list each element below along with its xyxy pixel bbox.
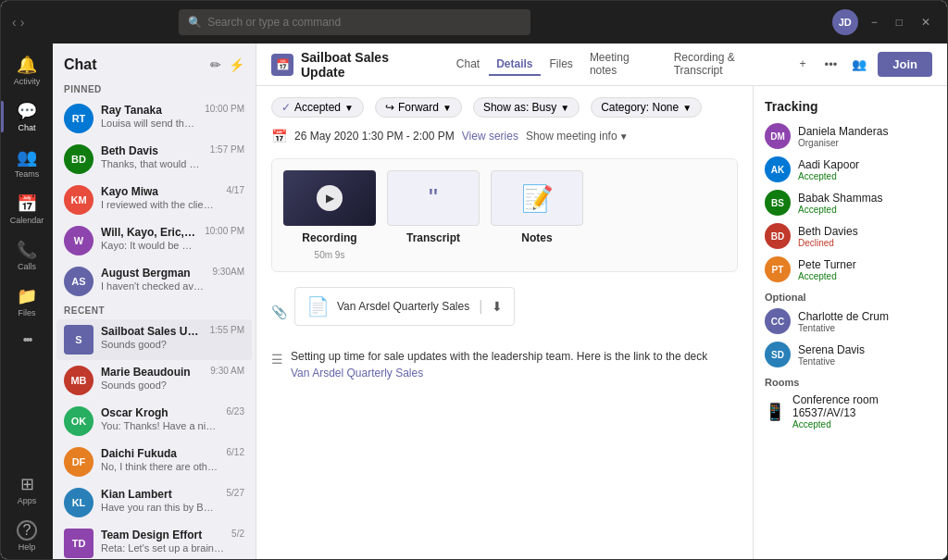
sidebar-item-help[interactable]: ? Help — [1, 513, 53, 559]
avatar: AK — [765, 156, 791, 182]
chat-info: Oscar Krogh You: Thanks! Have a nice wee… — [101, 406, 219, 431]
list-item[interactable]: W Will, Kayo, Eric, +2 Kayo: It would be… — [53, 220, 256, 261]
chat-time: 6/23 — [227, 406, 244, 417]
chat-time: 5/27 — [227, 488, 244, 498]
chat-header-icons: ✏ ⚡ — [210, 57, 244, 72]
tab-details[interactable]: Details — [489, 54, 540, 76]
calls-icon: 📞 — [17, 240, 37, 260]
chat-info: Ray Tanaka Louisa will send the initial … — [101, 104, 197, 129]
list-item[interactable]: OK Oscar Krogh You: Thanks! Have a nice … — [53, 401, 256, 442]
sidebar-item-activity[interactable]: 🔔 Activity — [1, 47, 53, 93]
files-icon: 📁 — [17, 286, 37, 306]
chat-icon: 💬 — [17, 101, 37, 121]
meeting-date: 26 May 2020 1:30 PM - 2:00 PM — [294, 130, 455, 143]
more-options-button[interactable]: ••• — [821, 54, 842, 75]
back-button[interactable]: ‹ — [12, 15, 17, 30]
download-icon[interactable]: ⬇ — [492, 299, 503, 314]
chat-title: Chat — [64, 56, 97, 73]
avatar: TD — [64, 529, 94, 558]
compose-button[interactable]: ✏ — [210, 57, 221, 72]
category-pill[interactable]: Category: None ▼ — [591, 97, 702, 118]
chat-preview: I haven't checked available times yet — [101, 280, 206, 292]
tab-chat[interactable]: Chat — [449, 54, 487, 76]
maximize-button[interactable]: □ — [891, 14, 908, 31]
join-button[interactable]: Join — [878, 52, 932, 77]
person-status: Declined — [798, 238, 858, 248]
attachment-name: Van Arsdel Quarterly Sales — [337, 300, 469, 313]
search-input[interactable] — [207, 16, 521, 29]
notes-card[interactable]: 📝 Notes — [491, 170, 583, 260]
list-item[interactable]: TD Team Design Effort Reta: Let's set up… — [53, 523, 256, 559]
minimize-button[interactable]: − — [866, 14, 883, 31]
accepted-pill[interactable]: ✓ Accepted ▼ — [271, 97, 364, 118]
chevron-down-icon: ▼ — [682, 103, 692, 113]
person-info: Beth Davies Declined — [798, 225, 858, 248]
tab-files[interactable]: Files — [543, 54, 580, 76]
tab-add[interactable]: + — [792, 54, 814, 76]
sidebar-item-more[interactable]: ••• — [1, 325, 53, 356]
chat-time: 10:00 PM — [205, 104, 244, 114]
avatar: KL — [64, 488, 94, 517]
chat-preview: Thanks, that would be nice. — [101, 158, 203, 169]
sidebar-label-calls: Calls — [18, 262, 36, 271]
attachment-item[interactable]: 📄 Van Arsdel Quarterly Sales | ⬇ — [294, 287, 515, 326]
avatar: BS — [765, 190, 791, 216]
details-area: ✓ Accepted ▼ ↪ Forward ▼ Show as: Busy ▼ — [256, 86, 947, 559]
media-cards-container: ▶ Recording 50m 9s " Transcript — [271, 158, 738, 272]
avatar: KM — [64, 185, 94, 215]
tracking-person: PT Pete Turner Accepted — [765, 256, 936, 282]
show-meeting-info-button[interactable]: Show meeting info ▼ — [526, 130, 629, 143]
chat-preview: Reta: Let's set up a brainstorm session … — [101, 542, 224, 554]
accepted-label: Accepted — [294, 101, 341, 114]
close-button[interactable]: ✕ — [916, 14, 936, 31]
list-item[interactable]: KL Kian Lambert Have you ran this by Bet… — [53, 482, 256, 523]
chat-header: Chat ✏ ⚡ — [53, 44, 256, 81]
show-as-label: Show as: Busy — [483, 101, 556, 114]
list-item[interactable]: DF Daichi Fukuda No, I think there are o… — [53, 442, 256, 482]
recording-card[interactable]: ▶ Recording 50m 9s — [283, 170, 376, 260]
details-main: ✓ Accepted ▼ ↪ Forward ▼ Show as: Busy ▼ — [256, 86, 753, 559]
tab-recording[interactable]: Recording & Transcript — [667, 47, 791, 82]
sidebar-item-chat[interactable]: 💬 Chat — [1, 93, 53, 140]
list-item[interactable]: BD Beth Davis Thanks, that would be nice… — [53, 139, 256, 180]
room-name: Conference room 16537/AV/13 — [792, 393, 936, 419]
view-series-link[interactable]: View series — [462, 130, 518, 143]
app-window: ‹ › 🔍 JD − □ ✕ 🔔 Activity 💬 Chat 👥 — [0, 0, 948, 560]
transcript-label: Transcript — [406, 231, 460, 244]
sidebar-item-calendar[interactable]: 📅 Calendar — [1, 186, 53, 232]
filter-button[interactable]: ⚡ — [229, 57, 244, 72]
chat-time: 1:57 PM — [210, 144, 244, 155]
person-info: Babak Shammas Accepted — [798, 192, 882, 215]
forward-button[interactable]: › — [20, 15, 25, 30]
message-text: Setting up time for sale updates with th… — [291, 348, 707, 365]
sidebar-item-apps[interactable]: ⊞ Apps — [1, 467, 53, 513]
attachment-row: 📎 📄 Van Arsdel Quarterly Sales | ⬇ — [271, 287, 738, 337]
avatar: SD — [765, 342, 791, 367]
message-link[interactable]: Van Arsdel Quarterly Sales — [291, 367, 423, 380]
sidebar-label-calendar: Calendar — [10, 216, 44, 225]
chat-name: Ray Tanaka — [101, 104, 197, 117]
sidebar-label-apps: Apps — [18, 496, 37, 505]
chevron-down-icon: ▼ — [344, 103, 354, 113]
chat-time: 1:55 PM — [210, 325, 244, 335]
sidebar-item-files[interactable]: 📁 Files — [1, 279, 53, 325]
rooms-label: Rooms — [765, 377, 936, 388]
people-button[interactable]: 👥 — [848, 54, 870, 75]
room-icon: 📱 — [765, 402, 785, 422]
sidebar-item-calls[interactable]: 📞 Calls — [1, 232, 53, 279]
list-item[interactable]: AS August Bergman I haven't checked avai… — [53, 261, 256, 302]
list-item[interactable]: MB Marie Beaudouin Sounds good? 9:30 AM — [53, 360, 256, 401]
recording-duration: 50m 9s — [315, 250, 345, 260]
chat-time: 10:00 PM — [205, 226, 244, 236]
search-icon: 🔍 — [188, 16, 202, 29]
chevron-down-icon: ▼ — [443, 103, 452, 113]
list-item[interactable]: KM Kayo Miwa I reviewed with the client … — [53, 180, 256, 220]
list-item[interactable]: S Sailboat Sales Update Sounds good? 1:5… — [56, 319, 252, 360]
show-as-pill[interactable]: Show as: Busy ▼ — [473, 97, 580, 118]
transcript-card[interactable]: " Transcript — [387, 170, 480, 260]
sidebar-label-activity: Activity — [14, 77, 41, 86]
forward-pill[interactable]: ↪ Forward ▼ — [375, 97, 462, 118]
list-item[interactable]: RT Ray Tanaka Louisa will send the initi… — [53, 98, 256, 139]
tab-meeting-notes[interactable]: Meeting notes — [582, 47, 665, 82]
sidebar-item-teams[interactable]: 👥 Teams — [1, 140, 53, 186]
